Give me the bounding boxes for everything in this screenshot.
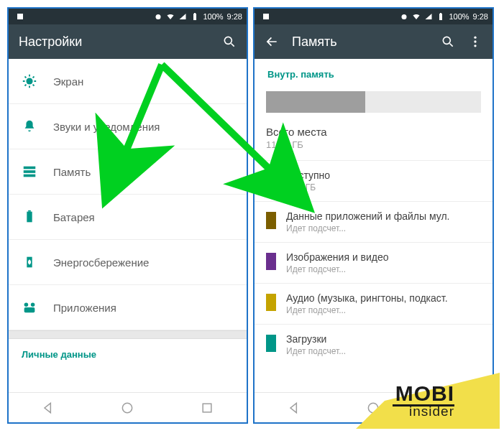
image-icon (16, 12, 24, 21)
logo-line2: insider (393, 405, 454, 417)
back-nav-icon[interactable] (287, 401, 301, 415)
leaf-battery-icon (22, 254, 37, 270)
section-divider (9, 330, 247, 339)
svg-point-11 (31, 303, 35, 307)
item-label: Экран (53, 75, 83, 88)
recent-nav-icon[interactable] (200, 401, 214, 415)
alarm-icon (154, 12, 162, 21)
storage-item-label: Данные приложений и файлы мул. (286, 210, 481, 222)
svg-point-2 (26, 78, 32, 84)
nav-bar (9, 392, 247, 422)
color-swatch (266, 253, 276, 270)
signal-icon (178, 12, 187, 21)
battery-pct: 100% (203, 12, 223, 21)
settings-item-battery[interactable]: Батарея (9, 195, 247, 240)
svg-point-9 (24, 303, 29, 307)
back-nav-icon[interactable] (41, 401, 55, 415)
item-label: Память (53, 166, 91, 178)
svg-rect-7 (28, 210, 31, 212)
svg-point-1 (224, 37, 232, 44)
storage-item-images[interactable]: Изображения и видео Идет подсчет... (255, 242, 492, 283)
settings-item-powersave[interactable]: Энергосбережение (9, 240, 247, 285)
overflow-icon[interactable] (468, 34, 482, 49)
svg-point-15 (443, 37, 450, 44)
watermark-logo: MOBI insider (356, 373, 500, 429)
search-icon[interactable] (222, 34, 237, 49)
color-swatch (266, 335, 276, 352)
app-bar: Память (255, 24, 492, 59)
total-label: Всего места (266, 126, 481, 138)
storage-item-label: Загрузки (286, 333, 481, 345)
status-bar: 100% 9:28 (9, 9, 247, 24)
svg-rect-10 (24, 307, 35, 312)
storage-item-downloads[interactable]: Загрузки Идет подсчет... (255, 324, 492, 365)
app-bar: Настройки (9, 24, 247, 59)
wifi-icon (412, 12, 421, 21)
storage-used-segment (266, 91, 365, 113)
svg-rect-5 (24, 175, 36, 177)
status-bar: 100% 9:28 (255, 9, 492, 24)
storage-item-audio[interactable]: Аудио (музыка, рингтоны, подкаст. Идет п… (255, 283, 492, 324)
svg-rect-4 (24, 170, 36, 173)
storage-item-label: Аудио (музыка, рингтоны, подкаст. (286, 292, 481, 304)
svg-rect-3 (24, 167, 36, 169)
storage-usage-bar (266, 91, 481, 113)
bell-icon (22, 119, 37, 134)
item-label: Звуки и уведомления (53, 121, 160, 133)
svg-point-12 (123, 403, 132, 412)
svg-point-18 (474, 45, 476, 47)
storage-item-apps[interactable]: Данные приложений и файлы мул. Идет подс… (255, 201, 492, 242)
svg-rect-13 (203, 404, 211, 412)
display-icon (22, 73, 37, 89)
settings-item-sound[interactable]: Звуки и уведомления (9, 104, 247, 149)
svg-point-16 (474, 37, 476, 39)
battery-icon (22, 209, 37, 225)
storage-icon (22, 164, 37, 180)
svg-point-17 (474, 40, 476, 42)
storage-item-sub: 6,63 ГБ (286, 182, 481, 192)
storage-total-row: Всего места 11,99 ГБ (255, 126, 492, 160)
storage-item-label: Доступно (286, 169, 481, 181)
page-title: Настройки (19, 34, 209, 50)
apps-icon (22, 299, 37, 315)
total-value: 11,99 ГБ (266, 139, 481, 150)
back-icon[interactable] (265, 34, 279, 49)
storage-content: Внутр. память Всего места 11,99 ГБ Досту… (255, 59, 492, 392)
storage-item-sub: Идет подсчет... (286, 264, 481, 274)
clock: 9:28 (473, 12, 488, 21)
item-label: Приложения (53, 302, 116, 314)
item-label: Энергосбережение (53, 256, 149, 269)
color-swatch (266, 212, 276, 229)
clock: 9:28 (227, 12, 242, 21)
settings-content: Экран Звуки и уведомления Память Батарея… (9, 59, 247, 392)
settings-item-display[interactable]: Экран (9, 59, 247, 104)
battery-icon (436, 12, 445, 21)
phone-right: 100% 9:28 Память Внутр. память Всего мес… (253, 7, 494, 424)
alarm-icon (400, 12, 408, 21)
image-icon (262, 12, 270, 21)
page-title: Память (292, 34, 428, 50)
svg-rect-6 (27, 212, 32, 223)
battery-pct: 100% (449, 12, 469, 21)
section-title-personal: Личные данные (9, 339, 247, 367)
battery-icon (191, 12, 199, 21)
settings-item-storage[interactable]: Память (9, 149, 247, 195)
storage-item-available[interactable]: Доступно 6,63 ГБ (255, 160, 492, 201)
logo-line1: MOBI (393, 384, 454, 403)
home-nav-icon[interactable] (120, 401, 134, 415)
wifi-icon (166, 12, 175, 21)
storage-item-label: Изображения и видео (286, 251, 481, 263)
signal-icon (424, 12, 433, 21)
search-icon[interactable] (441, 34, 455, 49)
item-label: Батарея (53, 211, 95, 223)
phone-left: 100% 9:28 Настройки Экран Звуки и уведом… (7, 7, 248, 424)
section-title-internal: Внутр. память (255, 59, 492, 87)
color-swatch (266, 171, 276, 188)
settings-item-apps[interactable]: Приложения (9, 285, 247, 330)
storage-item-sub: Идет подсчет... (286, 346, 481, 356)
storage-item-sub: Идет подсчет... (286, 305, 481, 315)
color-swatch (266, 294, 276, 311)
storage-item-sub: Идет подсчет... (286, 223, 481, 233)
